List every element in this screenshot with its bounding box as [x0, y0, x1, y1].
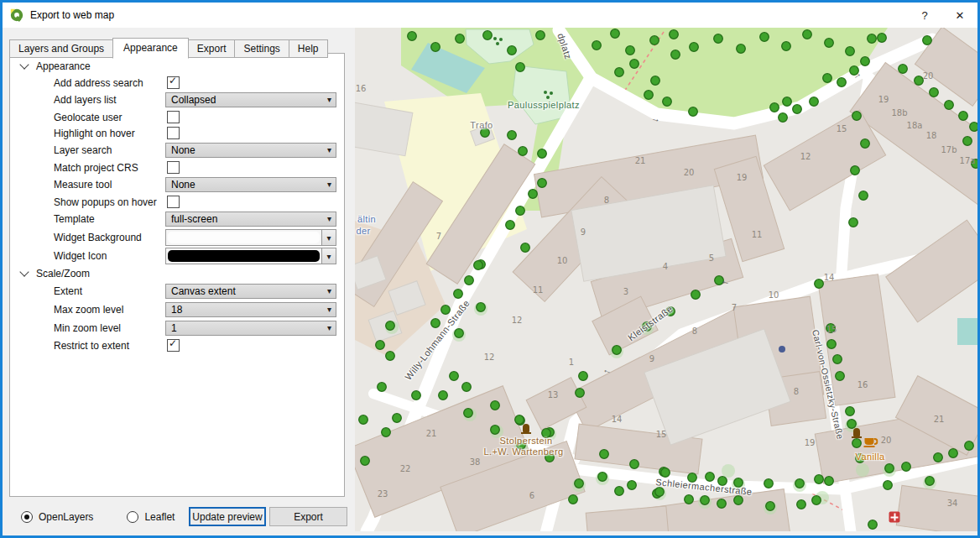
- tree-marker[interactable]: [579, 372, 588, 381]
- tree-marker[interactable]: [701, 496, 710, 505]
- tree-marker[interactable]: [689, 107, 698, 117]
- tree-marker[interactable]: [386, 321, 395, 331]
- tree-marker[interactable]: [902, 462, 911, 472]
- tree-marker[interactable]: [899, 65, 908, 74]
- tree-marker[interactable]: [734, 496, 743, 505]
- tree-marker[interactable]: [465, 276, 474, 285]
- checkbox-add-address-search[interactable]: ✓: [167, 76, 180, 89]
- help-button[interactable]: ?: [907, 3, 942, 28]
- tree-marker[interactable]: [491, 401, 500, 410]
- tree-marker[interactable]: [717, 499, 727, 509]
- tree-group-scale-zoom[interactable]: Scale/Zoom: [10, 265, 344, 282]
- tree-marker[interactable]: [630, 460, 639, 469]
- tree-marker[interactable]: [508, 46, 517, 55]
- chevron-down-icon[interactable]: ▾: [321, 230, 336, 245]
- tree-marker[interactable]: [859, 191, 868, 201]
- tree-marker[interactable]: [803, 30, 812, 39]
- tree-marker[interactable]: [575, 479, 584, 488]
- tree-marker[interactable]: [823, 74, 832, 83]
- tree-marker[interactable]: [846, 47, 855, 56]
- checkbox-geolocate-user[interactable]: [167, 111, 180, 123]
- tree-marker[interactable]: [810, 97, 819, 107]
- tree-marker[interactable]: [569, 495, 578, 504]
- tree-marker[interactable]: [630, 60, 639, 69]
- tree-marker[interactable]: [519, 147, 528, 156]
- tree-marker[interactable]: [506, 221, 515, 230]
- tree-marker[interactable]: [770, 103, 779, 112]
- tree-marker[interactable]: [450, 372, 459, 381]
- tree-marker[interactable]: [663, 97, 672, 107]
- tree-marker[interactable]: [970, 123, 977, 132]
- tree-marker[interactable]: [516, 206, 525, 216]
- tree-marker[interactable]: [691, 290, 701, 300]
- color-select-widget-background[interactable]: ▾: [165, 229, 336, 246]
- tree-marker[interactable]: [671, 50, 680, 60]
- tree-marker[interactable]: [431, 319, 440, 328]
- tree-marker[interactable]: [868, 34, 877, 44]
- checkbox-highlight-on-hover[interactable]: [167, 127, 180, 139]
- tree-marker[interactable]: [661, 468, 670, 478]
- tree-group-appearance[interactable]: Appearance: [10, 58, 344, 75]
- tree-marker[interactable]: [628, 481, 637, 490]
- tree-marker[interactable]: [949, 449, 958, 458]
- tree-marker[interactable]: [408, 32, 417, 41]
- tree-marker[interactable]: [529, 190, 538, 199]
- tree-marker[interactable]: [852, 439, 862, 448]
- tree-marker[interactable]: [868, 520, 878, 530]
- tree-marker[interactable]: [491, 426, 500, 435]
- tree-marker[interactable]: [878, 34, 887, 43]
- tree-marker[interactable]: [885, 464, 894, 473]
- tree-marker[interactable]: [766, 502, 775, 511]
- tree-marker[interactable]: [827, 340, 837, 349]
- close-button[interactable]: ✕: [942, 3, 977, 28]
- tree-marker[interactable]: [651, 76, 660, 86]
- chevron-down-icon[interactable]: ▾: [321, 248, 336, 264]
- tree-marker[interactable]: [462, 383, 472, 392]
- tree-marker[interactable]: [474, 261, 483, 270]
- select-extent[interactable]: Canvas extent▾: [165, 284, 336, 299]
- tree-marker[interactable]: [483, 31, 493, 40]
- tree-marker[interactable]: [464, 409, 473, 418]
- tree-marker[interactable]: [965, 441, 974, 451]
- tree-marker[interactable]: [837, 78, 847, 87]
- checkbox-match-project-crs[interactable]: [167, 161, 180, 174]
- tree-marker[interactable]: [393, 414, 402, 423]
- tree-marker[interactable]: [644, 91, 654, 100]
- tree-marker[interactable]: [959, 112, 968, 121]
- tree-marker[interactable]: [690, 43, 699, 52]
- tab-appearance[interactable]: Appearance: [112, 38, 189, 59]
- tree-marker[interactable]: [454, 290, 463, 299]
- tree-marker[interactable]: [615, 487, 624, 496]
- tree-marker[interactable]: [706, 473, 715, 482]
- select-add-layers-list[interactable]: Collapsed▾: [165, 92, 336, 107]
- tree-marker[interactable]: [655, 488, 665, 497]
- checkbox-show-popups-on-hover[interactable]: [167, 196, 180, 208]
- tree-marker[interactable]: [615, 68, 624, 77]
- tree-marker[interactable]: [477, 303, 486, 312]
- tree-marker[interactable]: [685, 495, 694, 504]
- export-button[interactable]: Export: [269, 507, 347, 526]
- tree-marker[interactable]: [611, 29, 620, 39]
- tree-marker[interactable]: [833, 355, 842, 364]
- tree-marker[interactable]: [382, 428, 391, 437]
- tree-marker[interactable]: [963, 137, 972, 146]
- tree-marker[interactable]: [795, 479, 805, 488]
- tree-marker[interactable]: [598, 473, 607, 482]
- select-min-zoom-level[interactable]: 1▾: [165, 321, 336, 336]
- tree-marker[interactable]: [764, 479, 774, 488]
- tree-marker[interactable]: [861, 57, 870, 66]
- tree-marker[interactable]: [412, 391, 421, 400]
- tree-marker[interactable]: [508, 131, 517, 140]
- tree-marker[interactable]: [945, 101, 954, 110]
- tree-marker[interactable]: [626, 46, 635, 55]
- tree-marker[interactable]: [849, 218, 858, 227]
- checkbox-restrict-to-extent[interactable]: ✓: [167, 339, 180, 352]
- tree-marker[interactable]: [797, 500, 806, 509]
- tree-marker[interactable]: [376, 341, 385, 350]
- tab-export[interactable]: Export: [188, 39, 236, 58]
- select-measure-tool[interactable]: None▾: [165, 177, 336, 192]
- tree-marker[interactable]: [737, 44, 746, 54]
- tree-marker[interactable]: [536, 31, 545, 40]
- tree-marker[interactable]: [783, 97, 792, 107]
- tree-marker[interactable]: [847, 420, 857, 429]
